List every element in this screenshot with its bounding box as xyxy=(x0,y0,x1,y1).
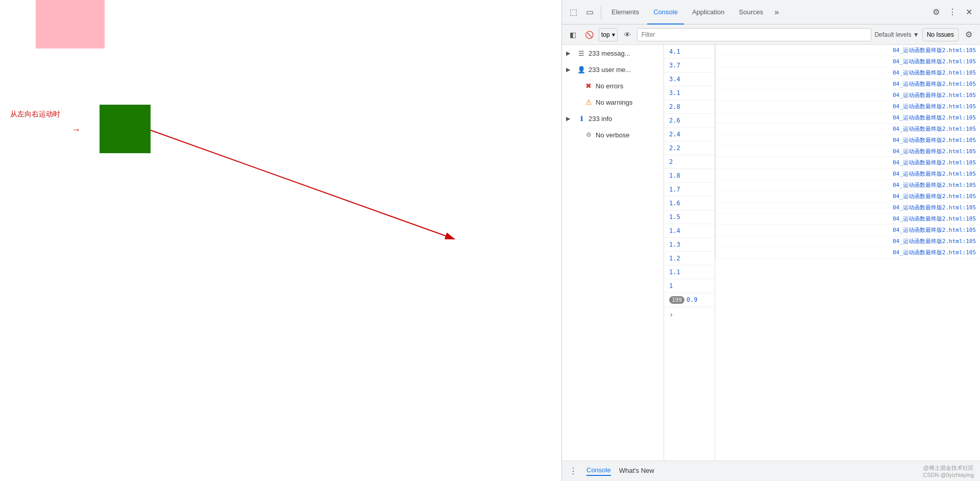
user-icon: 👤 xyxy=(577,65,585,74)
inspect-icon: ⬚ xyxy=(570,7,577,17)
watermark-line2: CSDN @0yizhiaying xyxy=(923,472,974,478)
issues-settings-icon: ⚙ xyxy=(965,30,972,39)
log-entry-2[interactable]: 04_运动函数最终版2.html:105 xyxy=(716,56,980,67)
log-source-12: 04_运动函数最终版2.html:105 xyxy=(893,170,976,178)
log-entry-13[interactable]: 04_运动函数最终版2.html:105 xyxy=(716,180,980,191)
log-value-1-8[interactable]: 1.8 xyxy=(664,169,715,183)
log-entry-3[interactable]: 04_运动函数最终版2.html:105 xyxy=(716,67,980,79)
dropdown-panel: 4.1 3.7 3.4 3.1 2.8 2.6 2.4 2.2 2 1.8 1.… xyxy=(664,45,715,461)
sidebar-item-errors[interactable]: ✖ No errors xyxy=(562,78,664,94)
log-source-10: 04_运动函数最终版2.html:105 xyxy=(893,148,976,155)
log-value-1-7[interactable]: 1.7 xyxy=(664,183,715,197)
more-tabs-btn[interactable]: » xyxy=(771,8,782,17)
log-value-0-9[interactable]: 1990.9 xyxy=(664,293,715,307)
sidebar-item-verbose[interactable]: ⚙ No verbose xyxy=(562,127,664,143)
log-entry-6[interactable]: 04_运动函数最终版2.html:105 xyxy=(716,101,980,112)
sidebar-messages-label: 233 messag... xyxy=(589,50,659,57)
red-diagonal-arrow xyxy=(0,0,561,481)
log-value-1-3[interactable]: 1.3 xyxy=(664,238,715,252)
console-body: ▶ ☰ 233 messag... ▶ 👤 233 user me... ✖ N… xyxy=(562,45,980,461)
log-value-2-2[interactable]: 2.2 xyxy=(664,141,715,155)
sidebar-item-warnings[interactable]: ⚠ No warnings xyxy=(562,94,664,110)
log-entry-14[interactable]: 04_运动函数最终版2.html:105 xyxy=(716,191,980,202)
tab-console[interactable]: Console xyxy=(647,0,684,25)
log-value-1-5[interactable]: 1.5 xyxy=(664,210,715,224)
log-source-18: 04_运动函数最终版2.html:105 xyxy=(893,237,976,245)
log-value-3-7[interactable]: 3.7 xyxy=(664,59,715,73)
log-entry-11[interactable]: 04_运动函数最终版2.html:105 xyxy=(716,157,980,169)
log-entry-17[interactable]: 04_运动函数最终版2.html:105 xyxy=(716,225,980,236)
log-entry-12[interactable]: 04_运动函数最终版2.html:105 xyxy=(716,169,980,180)
live-expressions-btn[interactable]: 👁 xyxy=(621,28,634,41)
tab-separator xyxy=(601,5,601,19)
close-devtools-btn[interactable]: ✕ xyxy=(962,5,976,19)
devtools-panel: ⬚ ▭ Elements Console Application Sources… xyxy=(561,0,980,481)
log-entry-4[interactable]: 04_运动函数最终版2.html:105 xyxy=(716,79,980,90)
issues-settings-btn[interactable]: ⚙ xyxy=(962,28,976,42)
watermark-line1: @稀土掘金技术社区 xyxy=(923,464,974,472)
log-entry-7[interactable]: 04_运动函数最终版2.html:105 xyxy=(716,112,980,124)
list-icon: ☰ xyxy=(577,49,585,57)
settings-btn[interactable]: ⚙ xyxy=(929,5,943,19)
log-value-3-4[interactable]: 3.4 xyxy=(664,73,715,86)
device-icon-btn[interactable]: ▭ xyxy=(582,5,597,19)
log-value-2[interactable]: 2 xyxy=(664,155,715,169)
tab-sources[interactable]: Sources xyxy=(733,0,770,25)
default-levels-btn[interactable]: Default levels ▼ xyxy=(874,28,919,41)
bottom-menu-btn[interactable]: ⋮ xyxy=(568,466,578,476)
log-source-19: 04_运动函数最终版2.html:105 xyxy=(893,249,976,256)
log-value-1[interactable]: 1 xyxy=(664,279,715,293)
badge-199: 199 xyxy=(669,296,684,304)
log-value-1-4[interactable]: 1.4 xyxy=(664,224,715,238)
sidebar-item-info[interactable]: ▶ ℹ 233 info xyxy=(562,110,664,127)
devtools-topbar: ⬚ ▭ Elements Console Application Sources… xyxy=(562,0,980,25)
log-entry-18[interactable]: 04_运动函数最终版2.html:105 xyxy=(716,236,980,247)
sidebar-toggle-btn[interactable]: ◧ xyxy=(566,28,579,41)
console-log-area[interactable]: 4.1 3.7 3.4 3.1 2.8 2.6 2.4 2.2 2 1.8 1.… xyxy=(664,45,980,461)
log-value-2-6[interactable]: 2.6 xyxy=(664,114,715,128)
green-box xyxy=(100,105,151,153)
more-options-btn[interactable]: ⋮ xyxy=(945,5,960,19)
info-icon: ℹ xyxy=(577,114,585,123)
sidebar-user-label: 233 user me... xyxy=(589,66,659,74)
svg-line-1 xyxy=(151,130,454,239)
devtools-actions: ⚙ ⋮ ✕ xyxy=(929,5,976,19)
console-prompt[interactable]: › xyxy=(664,307,715,322)
log-entry-8[interactable]: 04_运动函数最终版2.html:105 xyxy=(716,124,980,135)
log-entry-15[interactable]: 04_运动函数最终版2.html:105 xyxy=(716,202,980,213)
sidebar-verbose-label: No verbose xyxy=(596,131,659,139)
log-source-4: 04_运动函数最终版2.html:105 xyxy=(893,80,976,88)
device-icon: ▭ xyxy=(586,7,594,17)
context-label: top xyxy=(601,31,610,38)
no-issues-btn[interactable]: No Issues xyxy=(922,28,959,41)
sidebar-item-messages[interactable]: ▶ ☰ 233 messag... xyxy=(562,45,664,61)
expand-user-icon: ▶ xyxy=(566,66,574,73)
log-value-2-8[interactable]: 2.8 xyxy=(664,100,715,114)
log-entry-5[interactable]: 04_运动函数最终版2.html:105 xyxy=(716,90,980,101)
bottom-tab-whats-new[interactable]: What's New xyxy=(619,467,654,475)
log-entry-19[interactable]: 04_运动函数最终版2.html:105 xyxy=(716,247,980,258)
log-value-3-1[interactable]: 3.1 xyxy=(664,86,715,100)
log-value-1-2[interactable]: 1.2 xyxy=(664,252,715,266)
clear-console-btn[interactable]: 🚫 xyxy=(582,28,596,41)
tab-application[interactable]: Application xyxy=(686,0,731,25)
bottom-tab-console[interactable]: Console xyxy=(586,466,611,476)
sidebar-item-user-messages[interactable]: ▶ 👤 233 user me... xyxy=(562,61,664,78)
context-selector[interactable]: top ▾ xyxy=(599,28,618,41)
inspect-icon-btn[interactable]: ⬚ xyxy=(566,5,580,19)
log-entry-9[interactable]: 04_运动函数最终版2.html:105 xyxy=(716,135,980,146)
log-entry-16[interactable]: 04_运动函数最终版2.html:105 xyxy=(716,213,980,225)
log-entry-1[interactable]: 04_运动函数最终版2.html:105 xyxy=(716,45,980,56)
main-layout: 从左向右运动时 → ⬚ ▭ Elements Console Appl xyxy=(0,0,980,481)
prompt-arrow-icon: › xyxy=(669,310,673,319)
log-value-1-1[interactable]: 1.1 xyxy=(664,266,715,279)
canvas-label: 从左向右运动时 xyxy=(10,110,60,119)
tab-elements[interactable]: Elements xyxy=(605,0,645,25)
log-value-4-1[interactable]: 4.1 xyxy=(664,45,715,59)
log-source-17: 04_运动函数最终版2.html:105 xyxy=(893,226,976,234)
log-value-1-6[interactable]: 1.6 xyxy=(664,197,715,210)
log-value-2-4[interactable]: 2.4 xyxy=(664,128,715,141)
sidebar-toggle-icon: ◧ xyxy=(570,31,576,39)
filter-input[interactable] xyxy=(637,28,872,41)
log-entry-10[interactable]: 04_运动函数最终版2.html:105 xyxy=(716,146,980,157)
